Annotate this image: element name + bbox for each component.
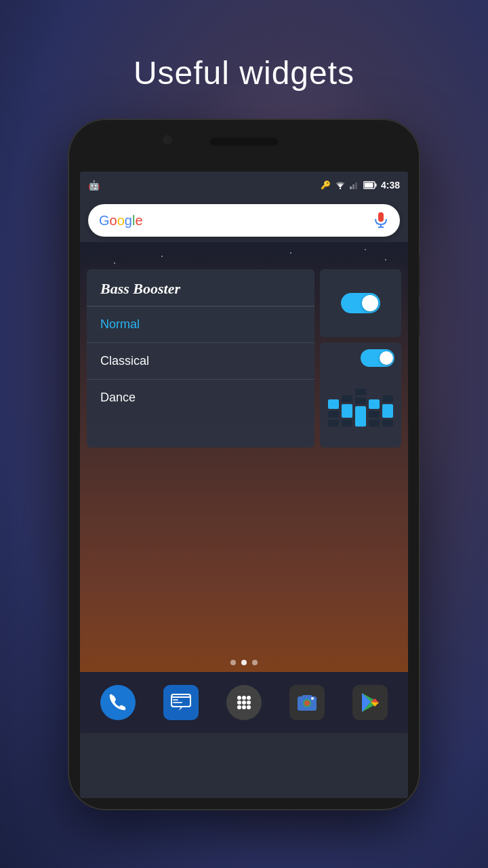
eq-bar <box>355 406 366 427</box>
eq-bar <box>328 420 339 427</box>
mic-icon[interactable] <box>373 212 389 229</box>
time-display: 4:38 <box>381 180 400 191</box>
dock-dot-3 <box>252 660 258 665</box>
svg-point-22 <box>247 705 251 709</box>
power-button[interactable] <box>419 309 420 336</box>
phone-camera <box>163 135 172 144</box>
phone-shell: 🤖 🔑 <box>68 119 420 810</box>
eq-bar <box>369 411 380 418</box>
phone-speaker <box>210 138 278 146</box>
phone-app-icon[interactable] <box>100 685 136 720</box>
dock-dot-2 <box>241 660 247 665</box>
right-widgets <box>320 269 401 448</box>
eq-column-1 <box>328 399 339 427</box>
svg-point-0 <box>340 188 341 189</box>
svg-point-19 <box>247 701 251 705</box>
eq-bar <box>355 397 366 404</box>
signal-icon <box>350 181 359 189</box>
camera-app-icon[interactable] <box>289 685 325 720</box>
toggle-widget-1 <box>320 269 401 337</box>
menu-item-classical[interactable]: Classical <box>87 343 314 380</box>
android-icon: 🤖 <box>88 180 100 191</box>
status-left: 🤖 <box>88 180 100 191</box>
menu-item-normal[interactable]: Normal <box>87 307 314 343</box>
apps-app-icon[interactable] <box>226 685 262 720</box>
svg-rect-5 <box>375 184 376 187</box>
widgets-area: Bass Booster Normal Classical Dance <box>87 269 401 448</box>
svg-rect-12 <box>173 699 178 701</box>
svg-rect-1 <box>350 186 352 189</box>
phone-screen: 🤖 🔑 <box>80 172 408 798</box>
eq-bar <box>369 420 380 427</box>
svg-point-14 <box>237 696 241 700</box>
svg-rect-3 <box>355 182 357 189</box>
bass-booster-widget: Bass Booster Normal Classical Dance <box>87 269 314 448</box>
eq-bar <box>382 395 393 402</box>
eq-bar <box>369 399 380 409</box>
google-search-bar[interactable]: Google <box>88 204 400 237</box>
eq-bar <box>342 404 352 418</box>
svg-rect-7 <box>378 212 384 222</box>
svg-rect-6 <box>364 183 373 188</box>
toggle-switch-2[interactable] <box>361 349 394 367</box>
dock-dots <box>80 660 408 665</box>
svg-point-24 <box>304 701 310 706</box>
menu-item-dance[interactable]: Dance <box>87 380 314 416</box>
status-right: 🔑 <box>321 180 400 191</box>
messages-app-icon[interactable] <box>163 685 199 720</box>
eq-bar <box>355 389 366 395</box>
toggle-switch-1[interactable] <box>341 293 380 313</box>
equalizer-bars <box>327 372 394 427</box>
svg-point-17 <box>237 701 241 705</box>
svg-point-25 <box>311 697 314 700</box>
eq-bar <box>328 399 339 409</box>
volume-button[interactable] <box>419 254 420 295</box>
play-store-app-icon[interactable] <box>352 685 388 720</box>
bass-booster-title: Bass Booster <box>87 269 314 307</box>
svg-point-16 <box>247 696 251 700</box>
page-title: Useful widgets <box>134 54 354 92</box>
toggle-knob-1 <box>362 295 378 311</box>
svg-point-18 <box>242 701 246 705</box>
google-logo: Google <box>99 213 143 229</box>
svg-point-21 <box>242 705 246 709</box>
wifi-icon <box>335 181 346 189</box>
eq-column-3 <box>355 389 366 427</box>
eq-column-2 <box>342 395 352 427</box>
eq-column-5 <box>382 395 393 427</box>
bottom-app-bar <box>80 672 408 733</box>
eq-bar <box>342 395 352 402</box>
svg-point-15 <box>242 696 246 700</box>
equalizer-widget <box>320 342 401 448</box>
svg-point-20 <box>237 705 241 709</box>
svg-rect-13 <box>173 702 182 703</box>
eq-bar <box>382 420 393 427</box>
dock-dot-1 <box>230 660 236 665</box>
status-bar: 🤖 🔑 <box>80 172 408 199</box>
svg-rect-2 <box>352 184 354 189</box>
battery-icon <box>363 181 377 189</box>
eq-bar <box>342 420 352 427</box>
key-icon: 🔑 <box>321 180 331 190</box>
toggle-knob-2 <box>380 351 393 365</box>
eq-column-4 <box>369 399 380 427</box>
eq-bar <box>382 404 393 418</box>
eq-bar <box>328 411 339 418</box>
